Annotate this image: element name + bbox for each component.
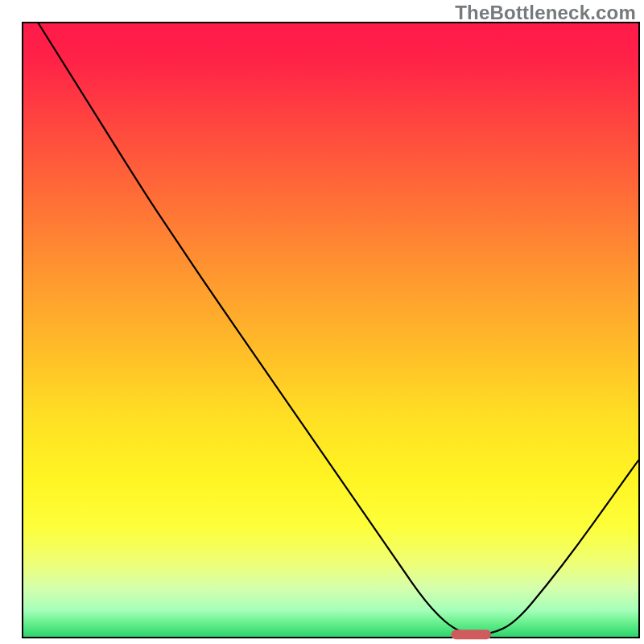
watermark-label: TheBottleneck.com <box>455 2 636 24</box>
optimal-marker <box>451 630 491 639</box>
plot-background <box>23 23 639 638</box>
chart-container: TheBottleneck.com <box>0 0 644 644</box>
bottleneck-chart <box>0 0 644 644</box>
